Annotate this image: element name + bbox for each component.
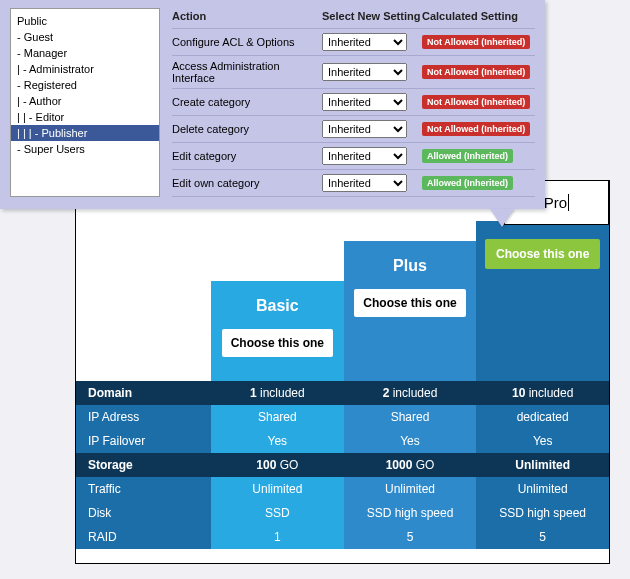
row-storage-header: Storage 100 GO 1000 GO Unlimited bbox=[76, 453, 609, 477]
acl-action-label: Edit own category bbox=[172, 177, 322, 189]
tree-item[interactable]: | | | - Publisher bbox=[11, 125, 159, 141]
row-traffic: Traffic Unlimited Unlimited Unlimited bbox=[76, 477, 609, 501]
row-domain-header: Domain 1 included 2 included 10 included bbox=[76, 381, 609, 405]
acl-action-label: Configure ACL & Options bbox=[172, 36, 322, 48]
row-raid: RAID 1 5 5 bbox=[76, 525, 609, 563]
acl-setting-select[interactable]: Inherited bbox=[322, 174, 407, 192]
choose-plus-button[interactable]: Choose this one bbox=[354, 289, 465, 317]
pricing-table: Pro Basic Choose this one Plus Choose th… bbox=[75, 180, 610, 564]
acl-action-label: Access Administration Interface bbox=[172, 60, 322, 84]
choose-pro-button[interactable]: Choose this one bbox=[485, 239, 600, 269]
tree-item[interactable]: | | - Editor bbox=[11, 109, 159, 125]
tree-item[interactable]: - Registered bbox=[11, 77, 159, 93]
acl-action-label: Edit category bbox=[172, 150, 322, 162]
acl-setting-select[interactable]: Inherited bbox=[322, 147, 407, 165]
acl-action-label: Delete category bbox=[172, 123, 322, 135]
acl-table: Action Select New Setting Calculated Set… bbox=[172, 8, 535, 197]
domain-header-label: Domain bbox=[76, 381, 211, 405]
plan-pro: Choose this one bbox=[476, 221, 609, 381]
callout-pointer bbox=[490, 209, 514, 227]
acl-row: Delete categoryInheritedNot Allowed (Inh… bbox=[172, 115, 535, 142]
user-group-tree: Public- Guest- Manager| - Administrator-… bbox=[10, 8, 160, 197]
tree-item[interactable]: - Guest bbox=[11, 29, 159, 45]
tree-item[interactable]: - Super Users bbox=[11, 141, 159, 157]
acl-row: Edit own categoryInheritedAllowed (Inher… bbox=[172, 169, 535, 197]
acl-calculated-badge: Not Allowed (Inherited) bbox=[422, 95, 530, 109]
acl-setting-select[interactable]: Inherited bbox=[322, 93, 407, 111]
pro-label: Pro bbox=[544, 194, 569, 211]
row-disk: Disk SSD SSD high speed SSD high speed bbox=[76, 501, 609, 525]
plan-plus-title: Plus bbox=[393, 257, 427, 275]
acl-panel: Public- Guest- Manager| - Administrator-… bbox=[0, 0, 545, 209]
plan-basic: Basic Choose this one bbox=[211, 281, 344, 381]
choose-basic-button[interactable]: Choose this one bbox=[222, 329, 333, 357]
acl-calculated-badge: Allowed (Inherited) bbox=[422, 149, 513, 163]
acl-row: Configure ACL & OptionsInheritedNot Allo… bbox=[172, 28, 535, 55]
acl-row: Create categoryInheritedNot Allowed (Inh… bbox=[172, 88, 535, 115]
acl-row: Edit categoryInheritedAllowed (Inherited… bbox=[172, 142, 535, 169]
acl-action-label: Create category bbox=[172, 96, 322, 108]
acl-setting-select[interactable]: Inherited bbox=[322, 63, 407, 81]
plan-basic-title: Basic bbox=[256, 297, 299, 315]
acl-calculated-badge: Not Allowed (Inherited) bbox=[422, 122, 530, 136]
acl-calculated-badge: Not Allowed (Inherited) bbox=[422, 35, 530, 49]
tree-item[interactable]: | - Administrator bbox=[11, 61, 159, 77]
acl-setting-select[interactable]: Inherited bbox=[322, 33, 407, 51]
acl-row: Access Administration InterfaceInherited… bbox=[172, 55, 535, 88]
acl-calculated-badge: Allowed (Inherited) bbox=[422, 176, 513, 190]
tree-item[interactable]: Public bbox=[11, 13, 159, 29]
acl-header-select: Select New Setting bbox=[322, 10, 422, 22]
acl-header-action: Action bbox=[172, 10, 322, 22]
tree-item[interactable]: - Manager bbox=[11, 45, 159, 61]
acl-calculated-badge: Not Allowed (Inherited) bbox=[422, 65, 530, 79]
row-ip-address: IP Adress Shared Shared dedicated bbox=[76, 405, 609, 429]
acl-setting-select[interactable]: Inherited bbox=[322, 120, 407, 138]
tree-item[interactable]: | - Author bbox=[11, 93, 159, 109]
acl-header-calc: Calculated Setting bbox=[422, 10, 535, 22]
row-ip-failover: IP Failover Yes Yes Yes bbox=[76, 429, 609, 453]
plan-plus: Plus Choose this one bbox=[344, 241, 477, 381]
